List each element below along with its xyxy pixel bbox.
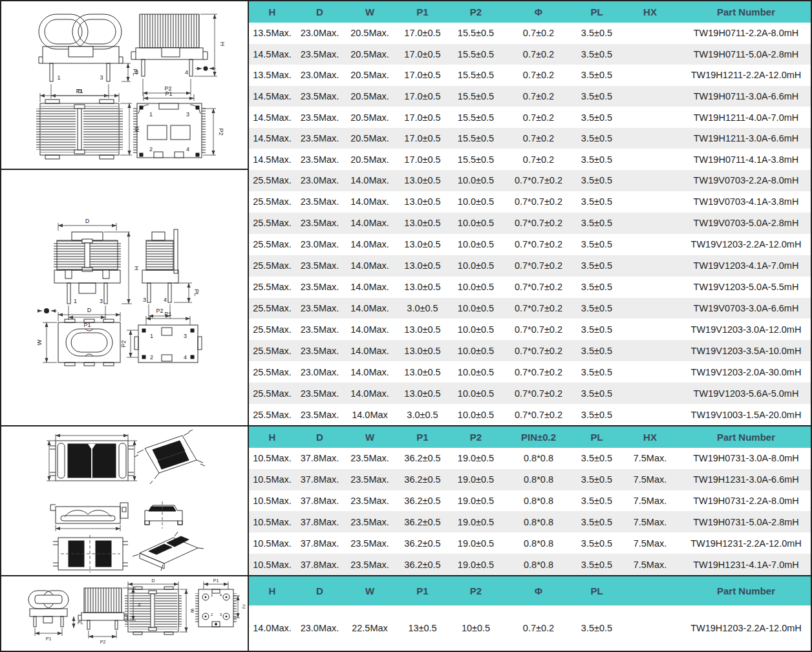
table-cell: 20.5Max. xyxy=(344,70,396,80)
bottom-pad-view: P1 1 4 2 3 P2 xyxy=(195,578,246,627)
table-cell: 23.5Max. xyxy=(295,410,344,420)
table-cell: 13.5Max. xyxy=(249,28,295,38)
pin-label: 4 xyxy=(220,593,222,597)
pin-label: 4 xyxy=(186,146,189,152)
top-view: D W xyxy=(36,88,140,159)
technical-drawing-panel-2: D 1 3 xyxy=(1,170,249,425)
dim-label: H xyxy=(219,42,226,47)
table-cell: 3.5±0.5 xyxy=(575,538,619,549)
column-header: H xyxy=(249,6,295,17)
table-cell: 3.5±0.5 xyxy=(575,154,619,165)
pin-label: 2 xyxy=(211,613,213,616)
table-cell: 7.5Max. xyxy=(619,517,681,527)
table-cell: 13.0±0.5 xyxy=(396,239,449,249)
technical-drawing-panel-4: P1 PL P2 H xyxy=(1,576,249,651)
table-cell: 13.5Max. xyxy=(249,70,295,80)
column-header: PL xyxy=(575,432,619,443)
table-cell: 3.5±0.5 xyxy=(575,112,619,123)
table-cell: 3.5±0.5 xyxy=(575,303,619,313)
part-number-cell: TW19V1203-3.0A-12.0mH xyxy=(681,324,811,335)
table-cell: 7.5Max. xyxy=(619,453,681,463)
table-cell: 17.0±0.5 xyxy=(396,91,449,101)
table-cell: 23.5Max. xyxy=(295,91,344,101)
table-row: 14.5Max.23.5Max.20.5Max.17.0±0.515.5±0.5… xyxy=(249,107,811,128)
column-header: H xyxy=(249,432,295,443)
table-cell: 10.5Max. xyxy=(249,517,295,527)
table-cell: 25.5Max. xyxy=(249,346,295,356)
table-cell: 37.8Max. xyxy=(295,496,344,506)
table-cell: 25.5Max. xyxy=(249,282,295,292)
table-cell: 23.5Max. xyxy=(344,538,396,549)
column-header: D xyxy=(295,432,344,443)
table-header-row: HDWP1P2ΦPLHXPart Number xyxy=(249,1,811,23)
table-cell: 0.7±0.2 xyxy=(502,154,575,165)
table-cell: 14.5Max. xyxy=(249,112,295,123)
table-cell: 0.7*0.7±0.2 xyxy=(502,282,575,292)
table-cell: 0.7±0.2 xyxy=(502,623,575,633)
part-number-cell: TW19H1231-4.1A-7.0mH xyxy=(681,560,811,570)
pin-label: 3 xyxy=(100,298,103,304)
table-cell: 0.7±0.2 xyxy=(502,133,575,143)
part-number-cell: TW19H0711-2.2A-8.0mH xyxy=(681,28,811,38)
pin-label: 1 xyxy=(211,593,213,597)
table-cell: 36.2±0.5 xyxy=(396,517,449,527)
column-header: P2 xyxy=(449,585,502,596)
table-cell: 15.5±0.5 xyxy=(449,154,502,165)
section-band-3: HDWP1P2PIN±0.2PLHXPart Number10.5Max.37.… xyxy=(1,425,811,575)
isometric-view-bottom xyxy=(133,532,204,571)
table-cell: 23.5Max. xyxy=(295,154,344,165)
table-row: 14.0Max.23.0Max.22.5Max13±0.510±0.50.7±0… xyxy=(249,605,811,651)
pin-label: 1 xyxy=(149,111,153,118)
table-cell: 23.0Max. xyxy=(295,175,344,185)
drawing-vertical-choke: D 1 3 xyxy=(1,170,248,425)
table-cell: 23.5Max. xyxy=(344,560,396,570)
table-cell: 0.7*0.7±0.2 xyxy=(502,324,575,335)
table-cell: 19.0±0.5 xyxy=(449,496,502,506)
table-cell: 0.7±0.2 xyxy=(502,49,575,59)
part-number-cell: TW19V1203-5.6A-5.0mH xyxy=(681,388,811,399)
table-cell: 10.0±0.5 xyxy=(449,175,502,185)
table-cell: 0.7*0.7±0.2 xyxy=(502,303,575,313)
table-cell: 23.5Max. xyxy=(295,260,344,271)
table-row: 25.5Max.23.5Max.14.0Max.13.0±0.510.0±0.5… xyxy=(249,319,811,340)
part-number-cell: TW19V0703-5.0A-2.8mH xyxy=(681,218,811,228)
table-cell: 25.5Max. xyxy=(249,218,295,228)
table-row: 25.5Max.23.5Max.14.0Max3.0±0.510.0±0.50.… xyxy=(249,404,811,425)
table-cell: 13.0±0.5 xyxy=(396,282,449,292)
column-header-part-number: Part Number xyxy=(681,585,811,596)
table-cell: 25.5Max. xyxy=(249,175,295,185)
pin-label: 1 xyxy=(74,298,77,304)
table-cell: 15.5±0.5 xyxy=(449,49,502,59)
part-number-cell: TW19H1211-4.0A-7.0mH xyxy=(681,112,811,123)
pin-label: 3 xyxy=(135,69,138,76)
part-number-cell: TW19V0703-2.2A-8.0mH xyxy=(681,175,811,185)
part-number-cell: TW19V0703-3.0A-6.6mH xyxy=(681,303,811,313)
pin-label: 3 xyxy=(100,74,103,81)
table-cell: 10.0±0.5 xyxy=(449,324,502,335)
dim-label: D xyxy=(151,578,155,583)
part-number-cell: TW19H0711-5.0A-2.8mH xyxy=(681,49,811,59)
table-cell: 15.5±0.5 xyxy=(449,70,502,80)
section-band-1: 1 3 P1 PL 3 4 xyxy=(1,1,811,170)
bottom-view xyxy=(53,535,128,573)
column-header: H xyxy=(249,585,295,596)
table-cell: 23.5Max. xyxy=(295,196,344,207)
table-cell: 0.7*0.7±0.2 xyxy=(502,260,575,271)
table-cell: 14.0Max xyxy=(344,410,396,420)
table-cell: 13.0±0.5 xyxy=(396,367,449,377)
table-cell: 10.0±0.5 xyxy=(449,388,502,399)
dim-label: D xyxy=(87,307,92,313)
table-cell: 0.7*0.7±0.2 xyxy=(502,196,575,207)
table-row: 14.5Max.23.5Max.20.5Max.17.0±0.515.5±0.5… xyxy=(249,86,811,107)
table-cell: 23.5Max. xyxy=(295,346,344,356)
column-header: D xyxy=(295,585,344,596)
pin-label: 4 xyxy=(164,297,167,303)
table-cell: 10.5Max. xyxy=(249,496,295,506)
dim-label: PL xyxy=(78,620,83,625)
table-cell: 0.8*0.8 xyxy=(502,517,575,527)
column-header: PIN±0.2 xyxy=(502,432,575,443)
bottom-pad-view: P1 P2 1 3 2 4 xyxy=(120,311,202,363)
table-row: 10.5Max.37.8Max.23.5Max.36.2±0.519.0±0.5… xyxy=(249,532,811,554)
part-number-cell: TW19H0731-5.0A-2.8mH xyxy=(681,517,811,527)
pin-label: 3 xyxy=(143,297,146,303)
